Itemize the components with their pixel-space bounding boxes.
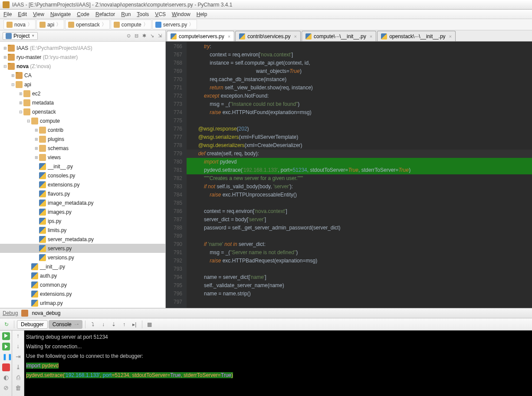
stop-button[interactable]: [2, 363, 10, 371]
tree-item-extensionspy[interactable]: extensions.py: [0, 289, 165, 298]
print-icon[interactable]: ⎙: [14, 374, 22, 382]
tree-item-compute[interactable]: ⊟compute: [0, 116, 165, 125]
tree-item-extensionspy[interactable]: extensions.py: [0, 180, 165, 189]
close-icon[interactable]: ×: [449, 34, 452, 39]
menu-code[interactable]: Code: [77, 11, 89, 17]
code-line[interactable]: want_objects=True): [187, 67, 532, 75]
menu-run[interactable]: Run: [121, 11, 131, 17]
tree-item-limitspy[interactable]: limits.py: [0, 226, 165, 235]
menu-window[interactable]: Window: [172, 11, 190, 17]
tree-item-serverspy[interactable]: servers.py: [0, 244, 165, 253]
code-line[interactable]: image_uuid = self._image_from_req_data(b…: [187, 306, 532, 308]
code-line[interactable]: raise exc.HTTPNotFound(explanation=msg): [187, 108, 532, 117]
hide-icon[interactable]: ↘: [149, 33, 155, 39]
tree-item-plugins[interactable]: ⊞plugins: [0, 134, 165, 144]
scroll-from-source-icon[interactable]: ⊙: [125, 33, 131, 39]
close-icon[interactable]: ×: [228, 34, 230, 39]
breadcrumb-api[interactable]: api〉: [36, 20, 64, 29]
editor-tab[interactable]: openstack\···\__init__.py×: [377, 31, 456, 41]
close-icon[interactable]: ×: [370, 34, 372, 39]
view-breakpoints-icon[interactable]: ◐: [2, 374, 10, 382]
tree-item-api[interactable]: ⊟api: [0, 80, 165, 89]
editor-tab[interactable]: compute\servers.py×: [167, 31, 234, 41]
code-line[interactable]: name = server_dict['name']: [187, 273, 532, 281]
menu-view[interactable]: View: [33, 11, 44, 17]
clear-icon[interactable]: 🗑: [14, 384, 22, 392]
debug-label[interactable]: Debug: [3, 310, 18, 316]
breadcrumb-serverspy[interactable]: servers.py〉: [152, 20, 197, 29]
tree-item-ipspy[interactable]: ips.py: [0, 216, 165, 226]
code-line[interactable]: password = self._get_server_admin_passwo…: [187, 224, 532, 232]
run-to-cursor-icon[interactable]: ▸|: [130, 320, 139, 329]
project-tree[interactable]: ⊞IAAS (E:\PycharmProjects\IAAS)⊞ryu-mast…: [0, 42, 165, 308]
tree-item-IAAS[interactable]: ⊞IAAS (E:\PycharmProjects\IAAS): [0, 43, 165, 52]
code-line[interactable]: raise exc.HTTPBadRequest(explanation=msg…: [187, 257, 532, 265]
down-stack-icon[interactable]: ↓: [14, 343, 22, 350]
tree-item-contrib[interactable]: ⊞contrib: [0, 125, 165, 134]
code-line[interactable]: [187, 117, 532, 125]
tree-item-commonpy[interactable]: common.py: [0, 280, 165, 289]
code-line[interactable]: msg = _("Server name is not defined"): [187, 249, 532, 257]
pause-button[interactable]: ❚❚: [2, 353, 10, 361]
collapse-all-icon[interactable]: ⊟: [133, 33, 139, 39]
tree-item-ryumaster[interactable]: ⊞ryu-master (D:\ryu-master): [0, 52, 165, 62]
up-stack-icon[interactable]: ↑: [14, 332, 22, 340]
tree-item-image_metadatapy[interactable]: image_metadata.py: [0, 198, 165, 207]
debug-config-name[interactable]: nova_debug: [32, 310, 60, 316]
tree-item-__init__py[interactable]: __init__.py: [0, 162, 165, 171]
menu-edit[interactable]: Edit: [18, 11, 27, 17]
run-button[interactable]: [2, 343, 10, 350]
tree-item-imagespy[interactable]: images.py: [0, 207, 165, 216]
step-into-my-icon[interactable]: ⇣: [109, 320, 118, 329]
editor-tab[interactable]: contrib\services.py×: [235, 31, 301, 41]
step-out-icon[interactable]: ↑: [119, 320, 129, 329]
code-line[interactable]: instance = self.compute_api.get(context,…: [187, 59, 532, 67]
code-line[interactable]: import pydevd: [187, 158, 532, 166]
tree-item-flavorspy[interactable]: flavors.py: [0, 189, 165, 198]
code-line[interactable]: def create(self, req, body):: [187, 150, 532, 158]
code-line[interactable]: req.cache_db_instance(instance): [187, 75, 532, 84]
settings-icon[interactable]: ✱: [141, 33, 147, 39]
step-over-icon[interactable]: ⤵: [88, 320, 98, 329]
code-line[interactable]: if 'name' not in server_dict:: [187, 240, 532, 249]
code-line[interactable]: @wsgi.deserializers(xml=CreateDeserializ…: [187, 141, 532, 150]
rerun-button[interactable]: ↻: [2, 320, 11, 329]
code-line[interactable]: raise exc.HTTPUnprocessableEntity(): [187, 191, 532, 199]
tree-item-__init__py[interactable]: __init__.py: [0, 262, 165, 271]
debug-console[interactable]: Starting debug server at port 51234Waiti…: [24, 331, 532, 396]
code-line[interactable]: msg = _("Instance could not be found"): [187, 100, 532, 108]
menu-navigate[interactable]: Navigate: [50, 11, 71, 17]
code-line[interactable]: """Creates a new server for a given user…: [187, 174, 532, 183]
close-icon[interactable]: ×: [294, 34, 297, 39]
code-line[interactable]: [187, 199, 532, 207]
code-line[interactable]: self._validate_server_name(name): [187, 281, 532, 290]
code-line[interactable]: return self._view_builder.show(req, inst…: [187, 84, 532, 92]
step-into-icon[interactable]: ↓: [99, 320, 108, 329]
hide-icon-2[interactable]: ⇲: [157, 33, 163, 39]
resume-button[interactable]: [2, 332, 10, 340]
code-editor[interactable]: 766 767 768 769 770 771 772 773 774 775 …: [166, 42, 532, 308]
code-line[interactable]: @wsgi.response(202): [187, 125, 532, 133]
tree-item-urlmappy[interactable]: urlmap.py: [0, 298, 165, 308]
code-line[interactable]: server_dict = body['server']: [187, 216, 532, 224]
code-line[interactable]: [187, 232, 532, 240]
code-line[interactable]: except exception.NotFound:: [187, 92, 532, 100]
evaluate-icon[interactable]: ▦: [145, 320, 154, 329]
tree-item-metadata[interactable]: ⊞metadata: [0, 98, 165, 107]
tree-item-openstack[interactable]: ⊟openstack: [0, 107, 165, 116]
menu-vcs[interactable]: VCS: [155, 11, 166, 17]
breadcrumb-openstack[interactable]: openstack〉: [65, 20, 110, 29]
menu-refactor[interactable]: Refactor: [95, 11, 115, 17]
menu-file[interactable]: File: [3, 11, 12, 17]
code-line[interactable]: context = req.environ['nova.context']: [187, 51, 532, 59]
soft-wrap-icon[interactable]: ⇥: [14, 353, 22, 361]
code-content[interactable]: try: context = req.environ['nova.context…: [187, 42, 532, 308]
tree-item-schemas[interactable]: ⊞schemas: [0, 144, 165, 153]
code-line[interactable]: name = name.strip(): [187, 290, 532, 298]
tree-item-nova[interactable]: ⊟nova (Z:\nova): [0, 62, 165, 71]
breadcrumb-nova[interactable]: nova〉: [3, 20, 36, 29]
breadcrumb-compute[interactable]: compute〉: [111, 20, 151, 29]
editor-tab[interactable]: compute\···\__init__.py×: [302, 31, 376, 41]
tree-item-authpy[interactable]: auth.py: [0, 271, 165, 280]
tree-item-views[interactable]: ⊞views: [0, 153, 165, 162]
